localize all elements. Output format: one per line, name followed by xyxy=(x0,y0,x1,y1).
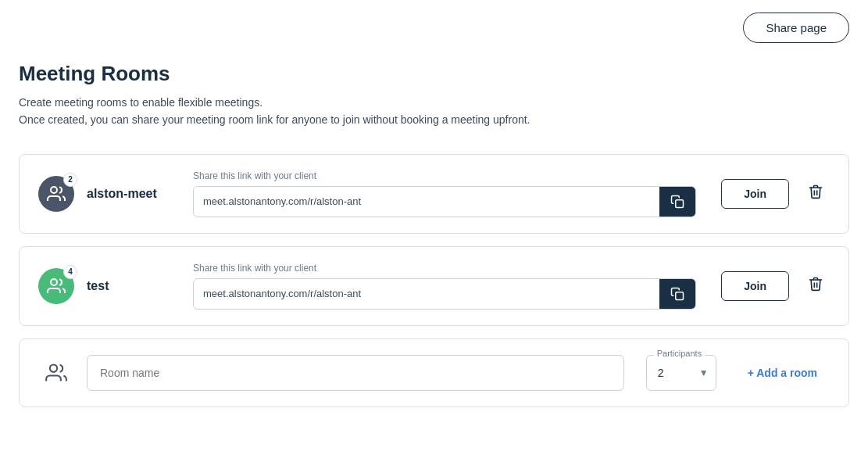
svg-point-4 xyxy=(50,364,57,371)
room-link-input[interactable] xyxy=(194,280,659,307)
link-input-wrap xyxy=(193,278,696,310)
svg-rect-3 xyxy=(676,292,684,300)
room-avatar: 2 xyxy=(38,176,74,212)
header: Share page xyxy=(19,13,849,43)
trash-icon xyxy=(808,184,823,199)
room-name-input[interactable] xyxy=(87,355,624,391)
delete-room-button[interactable] xyxy=(802,270,830,302)
link-section: Share this link with your client xyxy=(193,170,696,217)
room-avatar: 4 xyxy=(38,268,74,304)
room-name: alston-meet xyxy=(87,187,180,201)
description-line1: Create meeting rooms to enable flexible … xyxy=(19,94,849,111)
room-participant-count: 2 xyxy=(63,173,77,187)
copy-link-button[interactable] xyxy=(659,187,695,217)
join-button[interactable]: Join xyxy=(721,179,789,209)
share-link-label: Share this link with your client xyxy=(193,263,316,274)
svg-point-0 xyxy=(51,187,57,193)
link-section: Share this link with your client xyxy=(193,263,696,310)
room-card: 2 alston-meet Share this link with your … xyxy=(19,154,849,234)
copy-icon xyxy=(670,195,684,209)
room-participant-count: 4 xyxy=(63,265,77,279)
svg-point-2 xyxy=(51,279,57,285)
delete-room-button[interactable] xyxy=(802,177,830,210)
copy-icon xyxy=(670,287,684,301)
trash-icon xyxy=(808,276,823,292)
add-room-people-icon xyxy=(38,355,74,391)
add-room-button[interactable]: + Add a room xyxy=(735,360,830,385)
room-card: 4 test Share this link with your client … xyxy=(19,246,849,326)
svg-rect-1 xyxy=(676,200,684,208)
copy-link-button[interactable] xyxy=(659,279,695,309)
participants-label: Participants xyxy=(654,349,705,358)
room-name: test xyxy=(87,279,180,293)
participants-select-wrap: Participants 2 3 4 5 6 8 10 ▼ xyxy=(646,355,716,391)
link-input-wrap xyxy=(193,186,696,217)
share-link-label: Share this link with your client xyxy=(193,170,316,181)
rooms-list: 2 alston-meet Share this link with your … xyxy=(19,154,849,326)
page-title: Meeting Rooms xyxy=(19,62,849,86)
share-page-button[interactable]: Share page xyxy=(743,13,849,43)
description-line2: Once created, you can share your meeting… xyxy=(19,111,849,128)
join-button[interactable]: Join xyxy=(721,271,789,301)
room-link-input[interactable] xyxy=(194,188,659,215)
participants-select[interactable]: 2 3 4 5 6 8 10 xyxy=(646,355,716,391)
add-room-card: Participants 2 3 4 5 6 8 10 ▼ + Add a ro… xyxy=(19,338,849,407)
page-description: Create meeting rooms to enable flexible … xyxy=(19,94,849,129)
